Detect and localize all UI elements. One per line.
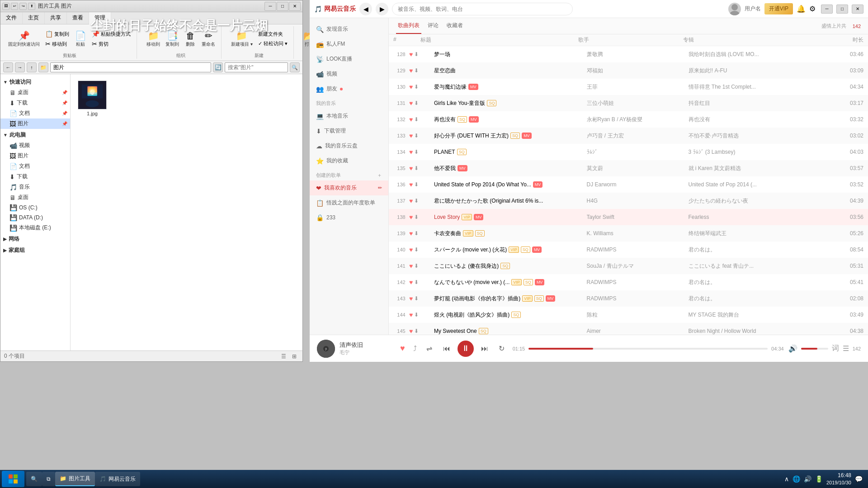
cut-button[interactable]: ✂剪切 [90, 39, 133, 48]
heart-icon[interactable]: ♥ [409, 197, 413, 204]
download-icon[interactable]: ⬇ [414, 116, 419, 123]
heart-icon[interactable]: ♥ [409, 148, 413, 156]
mps-fm[interactable]: 📻 私人FM [310, 37, 388, 52]
download-icon[interactable]: ⬇ [414, 263, 419, 269]
new-item-button[interactable]: 新建文件夹 [256, 30, 290, 38]
download-icon[interactable]: ⬇ [414, 198, 419, 204]
song-row[interactable]: 141 ♥ ⬇ ここにいるよ (傻在我身边) SQ SouJa / 青山テルマ … [389, 258, 868, 274]
back-button[interactable]: ← [3, 62, 13, 72]
heart-icon[interactable]: ♥ [409, 116, 413, 123]
lyrics-icon[interactable]: 词 [832, 344, 839, 353]
mps-cloud[interactable]: ☁ 我的音乐云盘 [310, 138, 388, 153]
address-input[interactable]: 图片 [50, 62, 211, 72]
settings-icon[interactable]: ⚙ [809, 5, 816, 13]
heart-icon[interactable]: ♥ [409, 165, 413, 172]
add-playlist-icon[interactable]: ＋ [377, 172, 382, 179]
homegroup-header[interactable]: ▶ 家庭组 [0, 245, 70, 256]
heart-icon[interactable]: ♥ [409, 311, 413, 318]
mps-local[interactable]: 💻 本地音乐 [310, 109, 388, 123]
up-button[interactable]: ↑ [27, 62, 37, 72]
ribbon-tab-view[interactable]: 查看 [67, 12, 89, 24]
paste-button[interactable]: 📄 粘贴 [72, 29, 89, 49]
tab-comments[interactable]: 评论 [426, 18, 440, 34]
pin-button[interactable]: 📌 固定到快速访问 [6, 29, 42, 49]
forward-button[interactable]: → [15, 62, 25, 72]
sidebar-item-videos[interactable]: 📹视频 [0, 140, 70, 151]
refresh-button[interactable]: 🔄 [213, 62, 223, 72]
mp-minimize-button[interactable]: ─ [821, 5, 833, 14]
quick-access-header[interactable]: ▼ 快速访问 [0, 77, 70, 87]
tab-songs[interactable]: 歌曲列表 [396, 18, 421, 34]
taskbar-task-view[interactable]: ⧉ [42, 472, 55, 486]
song-row[interactable]: 134 ♥ ⬇ PLANET SQ ﾗﾑｼﾞ 3 ﾗﾑｼﾞ (3 Lambsey… [389, 144, 868, 160]
mps-video[interactable]: 📹 视频 [310, 66, 388, 81]
download-icon[interactable]: ⬇ [414, 181, 419, 188]
mp-forward-button[interactable]: ▶ [376, 3, 388, 15]
download-icon[interactable]: ⬇ [414, 246, 419, 253]
sidebar-item-pictures[interactable]: 🖼 图片 📌 [0, 118, 70, 129]
download-icon[interactable]: ⬇ [414, 214, 419, 220]
sidebar-item-music[interactable]: 🎵音乐 [0, 182, 70, 192]
mps-233[interactable]: 🔒 233 [310, 210, 388, 225]
sidebar-item-pc-desktop[interactable]: 🖥桌面 [0, 192, 70, 203]
copy-to-button[interactable]: 📋复制到 [43, 29, 71, 38]
taskbar-volume-icon[interactable]: 🔊 [804, 475, 811, 483]
mps-discover[interactable]: 🔍 发现音乐 [310, 22, 388, 37]
mp-close-button[interactable]: ✕ [852, 5, 863, 14]
taskbar-network-icon[interactable]: 🌐 [793, 475, 800, 483]
mps-friends[interactable]: 👥 朋友 [310, 81, 388, 96]
heart-icon[interactable]: ♥ [409, 279, 413, 286]
network-header[interactable]: ▶ 网络 [0, 234, 70, 244]
mp-back-button[interactable]: ◀ [359, 3, 372, 15]
ribbon-tab-home[interactable]: 主页 [23, 12, 45, 24]
download-icon[interactable]: ⬇ [414, 67, 419, 74]
song-row[interactable]: 129 ♥ ⬇ 星空恋曲 邓福如 原来如此!! A-FU 03:09 [389, 62, 868, 79]
download-icon[interactable]: ⬇ [414, 51, 419, 57]
download-icon[interactable]: ⬇ [414, 295, 419, 302]
pb-like-icon[interactable]: ♥ [400, 344, 405, 353]
song-row[interactable]: 145 ♥ ⬇ My Sweetest One SQ Aimer Broken … [389, 323, 868, 335]
ribbon-tab-file[interactable]: 文件 [0, 12, 23, 24]
liked-edit-icon[interactable]: ✏ [378, 185, 382, 191]
song-row[interactable]: 142 ♥ ⬇ なんでもないや (movie ver.) (... VIPSQM… [389, 274, 868, 290]
play-pause-button[interactable]: ⏸ [458, 341, 474, 357]
download-icon[interactable]: ⬇ [414, 100, 419, 106]
file-item-1jpg[interactable]: 🌅 1.jpg [74, 78, 110, 119]
heart-icon[interactable]: ♥ [409, 51, 413, 58]
sidebar-item-pc-pictures[interactable]: 🖼图片 [0, 151, 70, 161]
list-view-button[interactable]: ☰ [279, 352, 288, 361]
prev-button[interactable]: ⏮ [440, 342, 453, 355]
repeat-button[interactable]: ↻ [495, 342, 508, 355]
heart-icon[interactable]: ♥ [409, 230, 413, 237]
ribbon-tab-share[interactable]: 共享 [45, 12, 67, 24]
taskbar-clock[interactable]: 16:48 2019/10/30 [826, 472, 851, 486]
download-icon[interactable]: ⬇ [414, 279, 419, 285]
shuffle-button[interactable]: ⇌ [423, 342, 436, 355]
song-row[interactable]: 132 ♥ ⬇ 再也没有 SQMV 永彬Ryan B / AY杨俊燮 再也没有 … [389, 111, 868, 128]
mps-download[interactable]: ⬇ 下载管理 [310, 123, 388, 138]
download-icon[interactable]: ⬇ [414, 312, 419, 318]
vip-button[interactable]: 开通VIP [764, 3, 793, 14]
mp-maximize-button[interactable]: □ [836, 5, 848, 14]
song-row[interactable]: 138 ♥ ⬇ Love Story VIPMV Taylor Swift Fe… [389, 209, 868, 225]
close-button[interactable]: ✕ [289, 2, 301, 11]
song-row[interactable]: 139 ♥ ⬇ 卡农变奏曲 VIPSQ K. Williams 终结钢琴端武王 … [389, 225, 868, 242]
volume-bar[interactable] [801, 348, 828, 350]
sidebar-item-d-drive[interactable]: 💾DATA (D:) [0, 213, 70, 223]
taskbar-action-center-icon[interactable]: 💬 [855, 475, 863, 483]
sidebar-item-pc-downloads[interactable]: ⬇下载 [0, 171, 70, 182]
maximize-button[interactable]: □ [277, 2, 288, 11]
sidebar-item-downloads[interactable]: ⬇ 下载 📌 [0, 98, 70, 108]
sidebar-item-e-drive[interactable]: 💾本地磁盘 (E:) [0, 223, 70, 233]
song-row[interactable]: 140 ♥ ⬇ スパークル (movie ver.) (火花) VIPSQMV … [389, 242, 868, 258]
download-icon[interactable]: ⬇ [414, 84, 419, 90]
download-icon[interactable]: ⬇ [414, 165, 419, 171]
mps-yearly[interactable]: 📋 悟践之面的年度歌单 [310, 195, 388, 210]
song-row[interactable]: 131 ♥ ⬇ Girls Like You-童音版 SQ 三位小萌娃 抖音红目… [389, 95, 868, 111]
heart-icon[interactable]: ♥ [409, 67, 413, 74]
taskbar-up-icon[interactable]: ∧ [784, 475, 789, 483]
song-row[interactable]: 144 ♥ ⬇ 煜火 (电视剧《皓风少女》插曲) SQ 陈粒 MY STAGE … [389, 307, 868, 323]
download-icon[interactable]: ⬇ [414, 328, 419, 334]
heart-icon[interactable]: ♥ [409, 83, 413, 90]
sidebar-item-docs[interactable]: 📄 文档 📌 [0, 108, 70, 118]
